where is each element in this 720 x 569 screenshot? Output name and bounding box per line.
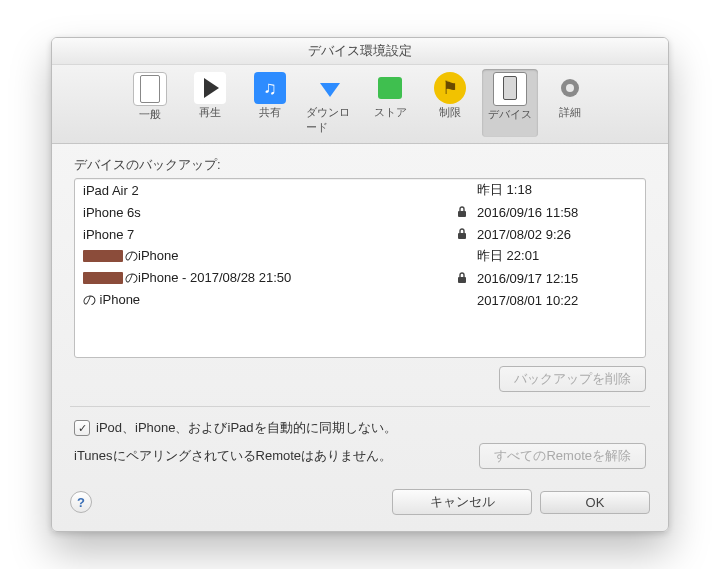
cancel-button[interactable]: キャンセル: [392, 489, 532, 515]
backup-name: iPhone 6s: [83, 205, 457, 220]
prevent-sync-checkbox[interactable]: [74, 420, 90, 436]
backup-name: の iPhone: [83, 291, 457, 309]
tab-general[interactable]: 一般: [122, 69, 178, 137]
table-row[interactable]: のiPhone - 2017/08/28 21:502016/09/17 12:…: [75, 267, 645, 289]
svg-point-1: [566, 84, 574, 92]
download-icon: [314, 72, 346, 104]
delete-backup-button[interactable]: バックアップを削除: [499, 366, 646, 392]
backup-date: 昨日 22:01: [477, 247, 637, 265]
table-row[interactable]: iPhone 6s2016/09/16 11:58: [75, 201, 645, 223]
tab-devices[interactable]: デバイス: [482, 69, 538, 137]
lock-icon: [457, 272, 477, 284]
tab-sharing[interactable]: 共有: [242, 69, 298, 137]
svg-rect-3: [458, 233, 466, 239]
backup-date: 2017/08/02 9:26: [477, 227, 637, 242]
store-icon: [374, 72, 406, 104]
preferences-window: デバイス環境設定 一般 再生 共有 ダウンロード ストア 制限 デバイス: [51, 37, 669, 532]
backup-date: 2016/09/16 11:58: [477, 205, 637, 220]
backup-section-label: デバイスのバックアップ:: [74, 156, 646, 174]
svg-rect-4: [458, 277, 466, 283]
tab-downloads[interactable]: ダウンロード: [302, 69, 358, 137]
tab-store[interactable]: ストア: [362, 69, 418, 137]
device-icon: [493, 72, 527, 106]
toolbar: 一般 再生 共有 ダウンロード ストア 制限 デバイス: [52, 65, 668, 144]
tab-playback[interactable]: 再生: [182, 69, 238, 137]
window-title: デバイス環境設定: [52, 38, 668, 65]
lock-icon: [457, 228, 477, 240]
backup-name: iPhone 7: [83, 227, 457, 242]
table-row[interactable]: iPhone 72017/08/02 9:26: [75, 223, 645, 245]
play-icon: [194, 72, 226, 104]
backup-name: のiPhone - 2017/08/28 21:50: [83, 269, 457, 287]
general-icon: [133, 72, 167, 106]
share-icon: [254, 72, 286, 104]
backup-name: のiPhone: [83, 247, 457, 265]
remote-row: iTunesにペアリングされているRemoteはありません。 すべてのRemot…: [74, 443, 646, 469]
prevent-sync-label: iPod、iPhone、およびiPadを自動的に同期しない。: [96, 419, 397, 437]
table-row[interactable]: iPad Air 2昨日 1:18: [75, 179, 645, 201]
backup-date: 2017/08/01 10:22: [477, 293, 637, 308]
backup-name: iPad Air 2: [83, 183, 457, 198]
separator: [70, 406, 650, 407]
ok-button[interactable]: OK: [540, 491, 650, 514]
tab-advanced[interactable]: 詳細: [542, 69, 598, 137]
forget-remotes-button[interactable]: すべてのRemoteを解除: [479, 443, 646, 469]
content-area: デバイスのバックアップ: iPad Air 2昨日 1:18iPhone 6s2…: [52, 144, 668, 475]
help-button[interactable]: ?: [70, 491, 92, 513]
remote-status-text: iTunesにペアリングされているRemoteはありません。: [74, 447, 467, 465]
backup-date: 2016/09/17 12:15: [477, 271, 637, 286]
table-row[interactable]: のiPhone昨日 22:01: [75, 245, 645, 267]
restrict-icon: [434, 72, 466, 104]
gear-icon: [554, 72, 586, 104]
lock-icon: [457, 206, 477, 218]
tab-restrictions[interactable]: 制限: [422, 69, 478, 137]
svg-rect-2: [458, 211, 466, 217]
prevent-sync-row: iPod、iPhone、およびiPadを自動的に同期しない。: [74, 419, 646, 437]
footer: ? キャンセル OK: [52, 475, 668, 531]
backup-date: 昨日 1:18: [477, 181, 637, 199]
table-row[interactable]: の iPhone2017/08/01 10:22: [75, 289, 645, 311]
backup-list[interactable]: iPad Air 2昨日 1:18iPhone 6s2016/09/16 11:…: [74, 178, 646, 358]
